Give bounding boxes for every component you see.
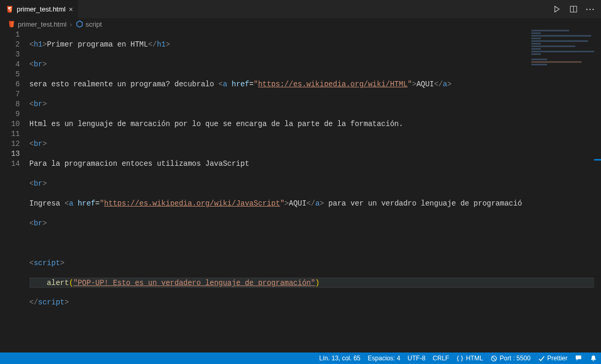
code-token: Html es un lenguaje de marcación por lo …	[29, 120, 403, 128]
code-token: a	[315, 199, 319, 208]
code-token: AQUI	[416, 80, 434, 88]
code-token: "	[99, 199, 104, 208]
bell-icon	[589, 355, 597, 362]
code-token: >	[64, 298, 69, 306]
breadcrumb-symbol-label: script	[86, 20, 102, 28]
code-token: >	[42, 179, 47, 188]
svg-line-10	[492, 357, 496, 360]
code-token: >	[284, 199, 288, 208]
code-token: >	[42, 100, 47, 108]
code-token: Para la programacion entoces utilizamos …	[29, 160, 249, 168]
status-eol[interactable]: CRLF	[433, 355, 449, 362]
html-file-icon	[5, 5, 14, 14]
code-token: >	[320, 199, 324, 208]
code-token: br	[34, 140, 42, 148]
code-token: =	[249, 80, 253, 88]
overview-ruler-mark	[594, 159, 601, 161]
code-token: sera esto realmente un programa? decubra…	[29, 80, 218, 88]
code-editor[interactable]: 1234567 891011121314 <h1>Primer programa…	[0, 30, 601, 352]
code-token: a	[69, 199, 73, 208]
status-prettier[interactable]: Prettier	[538, 355, 567, 362]
code-token: (	[69, 279, 73, 287]
code-token: <	[64, 199, 69, 208]
code-token: href	[231, 80, 249, 88]
more-actions-icon[interactable]	[585, 5, 595, 14]
code-token: Primer programa en HTML	[47, 40, 148, 49]
code-token	[29, 279, 47, 287]
status-bar: Lín. 13, col. 65 Espacios: 4 UTF-8 CRLF …	[0, 352, 601, 364]
code-token: h1	[157, 40, 166, 49]
code-token: >	[42, 219, 47, 228]
line-number-gutter: 1234567 891011121314	[0, 30, 29, 352]
code-token: </	[148, 40, 157, 49]
feedback-icon	[575, 355, 582, 362]
editor-actions	[552, 0, 601, 18]
code-token: <	[218, 80, 222, 88]
code-token: https://es.wikipedia.org/wiki/HTML	[258, 80, 408, 88]
status-live-server[interactable]: Port : 5500	[491, 355, 531, 362]
chevron-right-icon: ›	[69, 20, 73, 28]
symbol-icon	[75, 20, 84, 28]
code-token: </	[29, 298, 38, 306]
no-entry-icon	[491, 355, 498, 362]
code-token: br	[34, 60, 42, 69]
status-cursor[interactable]: Lín. 13, col. 65	[319, 355, 361, 362]
code-token: br	[34, 100, 42, 108]
code-token: >	[447, 80, 451, 88]
code-token: "	[408, 80, 412, 88]
code-content[interactable]: <h1>Primer programa en HTML</h1> <br> se…	[29, 30, 601, 352]
code-token: href	[77, 199, 95, 208]
code-token: a	[443, 80, 447, 88]
status-language[interactable]: HTML	[457, 355, 483, 362]
status-right: Lín. 13, col. 65 Espacios: 4 UTF-8 CRLF …	[319, 355, 597, 362]
breadcrumb-file[interactable]: primer_test.html	[7, 20, 66, 28]
code-token: br	[34, 219, 42, 228]
svg-point-5	[589, 8, 591, 10]
breadcrumb-file-label: primer_test.html	[18, 20, 66, 28]
code-token: h1	[34, 40, 42, 49]
svg-point-4	[586, 8, 588, 10]
code-token: "	[254, 80, 258, 88]
status-encoding[interactable]: UTF-8	[408, 355, 426, 362]
svg-point-6	[593, 8, 594, 10]
code-token: Ingresa	[29, 199, 64, 208]
code-token: >	[42, 60, 47, 69]
breadcrumb[interactable]: primer_test.html › script	[0, 18, 601, 30]
status-prettier-label: Prettier	[547, 355, 567, 362]
code-token: </	[306, 199, 315, 208]
status-notifications[interactable]	[589, 355, 597, 362]
close-tab-icon[interactable]: ×	[69, 6, 73, 13]
status-indent[interactable]: Espacios: 4	[368, 355, 400, 362]
minimap[interactable]	[531, 30, 594, 72]
braces-icon	[457, 355, 464, 362]
code-token: br	[34, 179, 42, 188]
code-token: script	[38, 298, 64, 306]
code-token: >	[42, 40, 47, 49]
tab-label: primer_test.html	[17, 5, 65, 13]
html-file-icon	[7, 20, 16, 28]
code-token: </	[434, 80, 443, 88]
split-editor-icon[interactable]	[569, 5, 578, 14]
run-icon[interactable]	[552, 5, 561, 14]
breadcrumb-symbol[interactable]: script	[75, 20, 102, 28]
code-token: )	[315, 279, 319, 287]
code-token: >	[60, 259, 64, 267]
status-port-label: Port : 5500	[500, 355, 531, 362]
status-feedback[interactable]	[575, 355, 582, 362]
status-language-label: HTML	[466, 355, 483, 362]
code-token: para ver un verdadro lenguaje de program…	[324, 199, 522, 208]
scrollbar-vertical[interactable]	[594, 30, 601, 352]
tab-list: primer_test.html ×	[0, 0, 79, 18]
check-icon	[538, 355, 545, 362]
code-token: script	[34, 259, 60, 267]
code-token: alert	[47, 279, 69, 287]
code-token: AQUI	[289, 199, 307, 208]
code-token: >	[165, 40, 170, 49]
code-token: "POP-UP! Esto es un verdadero lenguaje d…	[73, 279, 315, 287]
tab-primer-test[interactable]: primer_test.html ×	[0, 0, 79, 18]
code-token: https://es.wikipedia.org/wiki/JavaScript	[104, 199, 280, 208]
code-token: >	[42, 140, 47, 148]
tab-bar: primer_test.html ×	[0, 0, 601, 18]
code-token: a	[223, 80, 227, 88]
